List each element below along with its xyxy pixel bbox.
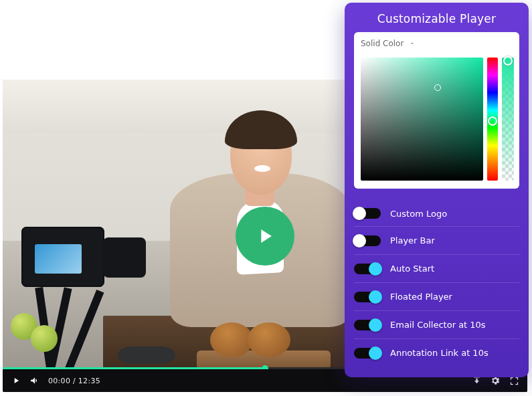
toggle-label: Floated Player	[390, 292, 519, 302]
saturation-area[interactable]	[361, 58, 483, 181]
toggle-switch[interactable]	[354, 264, 381, 274]
play-icon	[11, 376, 21, 385]
panel-title: Customizable Player	[354, 12, 519, 25]
chevron-down-icon	[409, 40, 416, 47]
toggle-label: Email Collector at 10s	[390, 320, 519, 330]
toggle-row-annotation-link-at-10s: Annotation Link at 10s	[354, 338, 519, 367]
color-mode-label: Solid Color	[361, 39, 404, 48]
color-mode-select[interactable]: Solid Color	[361, 39, 513, 48]
toggle-switch[interactable]	[354, 235, 381, 246]
toggle-row-player-bar: Player Bar	[354, 226, 519, 254]
toggle-row-floated-player: Floated Player	[354, 282, 519, 310]
toggle-switch[interactable]	[354, 320, 381, 330]
alpha-slider[interactable]	[502, 58, 514, 181]
hue-slider[interactable]	[487, 58, 498, 181]
toggle-switch[interactable]	[354, 208, 381, 219]
play-small-button[interactable]	[11, 375, 21, 386]
play-icon	[254, 225, 276, 248]
toggle-row-auto-start: Auto Start	[354, 254, 519, 282]
play-button[interactable]	[236, 207, 294, 266]
toggle-label: Player Bar	[390, 235, 519, 245]
customizable-player-panel: Customizable Player Solid Color Custom L…	[345, 3, 529, 377]
volume-button[interactable]	[29, 375, 40, 386]
alpha-handle[interactable]	[503, 56, 513, 66]
toggle-list: Custom LogoPlayer BarAuto StartFloated P…	[354, 198, 519, 367]
toggle-switch[interactable]	[354, 348, 381, 359]
toggle-row-email-collector-at-10s: Email Collector at 10s	[354, 310, 519, 338]
color-picker: Solid Color	[354, 32, 519, 189]
toggle-label: Annotation Link at 10s	[390, 348, 519, 358]
toggle-row-custom-logo: Custom Logo	[354, 198, 519, 226]
toggle-label: Custom Logo	[390, 209, 519, 219]
toggle-switch[interactable]	[354, 292, 381, 302]
time-display: 00:00 / 12:35	[48, 377, 100, 385]
hue-handle[interactable]	[488, 116, 497, 126]
toggle-label: Auto Start	[390, 264, 519, 274]
volume-icon	[29, 375, 40, 386]
saturation-handle[interactable]	[434, 84, 441, 91]
